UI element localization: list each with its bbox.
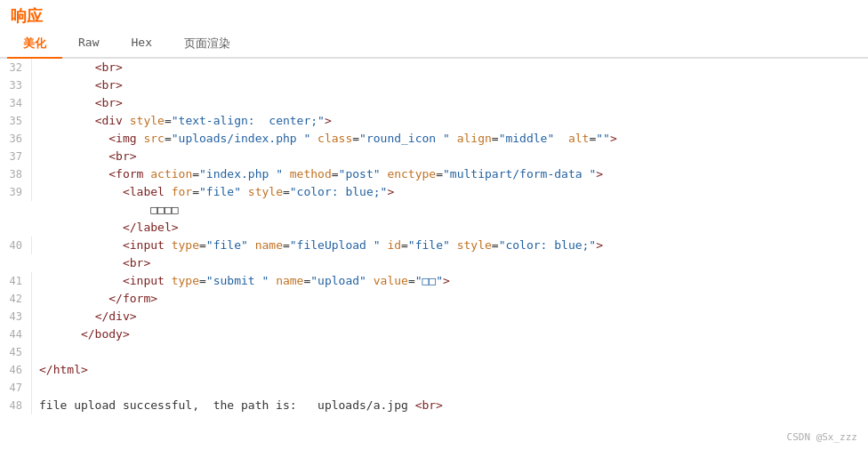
line-number: 40	[0, 237, 32, 254]
line-content: <form action="index.php " method="post" …	[39, 165, 603, 183]
code-line: 44 </body>	[0, 325, 868, 343]
line-content: <br>	[39, 148, 137, 165]
response-header: 响应	[0, 0, 868, 27]
line-number: 35	[0, 112, 32, 130]
code-line: 33 <br>	[0, 76, 868, 94]
code-line: </label>	[0, 219, 868, 237]
code-line: 34 <br>	[0, 94, 868, 112]
line-content: <img src="uploads/index.php " class="rou…	[39, 130, 617, 148]
tab-beautify[interactable]: 美化	[7, 30, 62, 59]
line-content: □□□□	[39, 201, 179, 219]
line-content: <br>	[39, 254, 150, 272]
code-line: 42 </form>	[0, 290, 868, 308]
line-number: 47	[0, 379, 32, 397]
code-line: 36 <img src="uploads/index.php " class="…	[0, 130, 868, 148]
line-content: </div>	[39, 308, 137, 325]
page-title: 响应	[11, 5, 857, 27]
tab-page-render[interactable]: 页面渲染	[168, 30, 246, 59]
line-number: 44	[0, 325, 32, 343]
line-number: 36	[0, 130, 32, 148]
code-line: 47	[0, 379, 868, 397]
line-content: </label>	[39, 219, 179, 237]
line-number: 39	[0, 183, 32, 201]
code-line: 48file upload successful, the path is: u…	[0, 397, 868, 414]
line-content: <br>	[39, 76, 123, 94]
line-content: </form>	[39, 290, 157, 308]
line-content: <br>	[39, 59, 123, 76]
line-content: <br>	[39, 94, 123, 112]
code-line: □□□□	[0, 201, 868, 219]
line-content: file upload successful, the path is: upl…	[39, 397, 443, 414]
line-number: 38	[0, 165, 32, 183]
line-number: 43	[0, 308, 32, 325]
code-line: 40 <input type="file" name="fileUpload "…	[0, 237, 868, 254]
line-content: <input type="file" name="fileUpload " id…	[39, 237, 603, 254]
line-number: 37	[0, 148, 32, 165]
code-line: 37 <br>	[0, 148, 868, 165]
line-content: <input type="submit " name="upload" valu…	[39, 272, 450, 290]
code-line: 35 <div style="text-align: center;">	[0, 112, 868, 130]
line-content: </body>	[39, 325, 130, 343]
code-line: 43 </div>	[0, 308, 868, 325]
code-line: 45	[0, 343, 868, 361]
line-number: 41	[0, 272, 32, 290]
line-number: 34	[0, 94, 32, 112]
line-number: 33	[0, 76, 32, 94]
code-line: 32 <br>	[0, 59, 868, 76]
code-line: 41 <input type="submit " name="upload" v…	[0, 272, 868, 290]
line-number: 42	[0, 290, 32, 308]
line-number: 46	[0, 361, 32, 379]
tab-bar: 美化 Raw Hex 页面渲染	[0, 30, 868, 59]
tab-raw[interactable]: Raw	[62, 30, 115, 59]
line-content: <div style="text-align: center;">	[39, 112, 332, 130]
line-content: </html>	[39, 361, 88, 379]
line-number: 45	[0, 343, 32, 361]
code-line: 39 <label for="file" style="color: blue;…	[0, 183, 868, 201]
line-content: <label for="file" style="color: blue;">	[39, 183, 394, 201]
line-number: 32	[0, 59, 32, 76]
line-number: 48	[0, 397, 32, 414]
code-line: <br>	[0, 254, 868, 272]
code-line: 38 <form action="index.php " method="pos…	[0, 165, 868, 183]
code-line: 46</html>	[0, 361, 868, 379]
tab-hex[interactable]: Hex	[115, 30, 167, 59]
code-display: 32 <br>33 <br>34 <br>35 <div style="text…	[0, 59, 868, 414]
